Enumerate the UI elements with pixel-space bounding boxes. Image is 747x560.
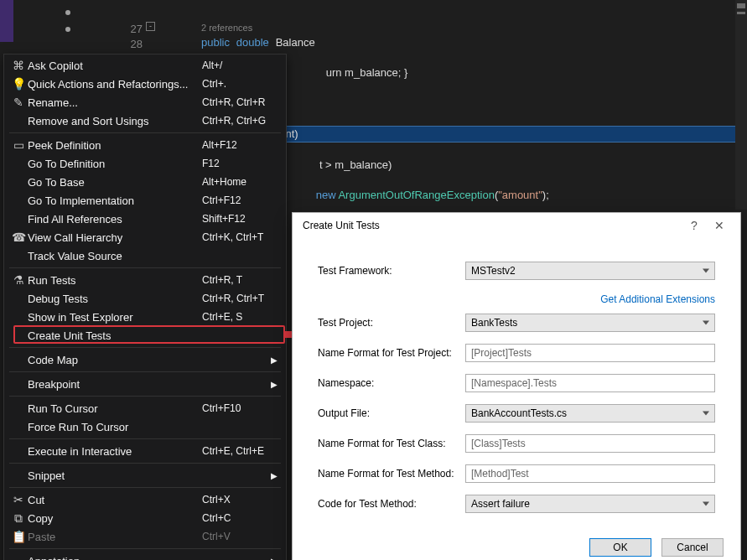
menu-track-value-source[interactable]: Track Value Source	[4, 246, 286, 265]
shortcut: Ctrl+R, T	[202, 274, 279, 286]
menu-remove-usings[interactable]: Remove and Sort UsingsCtrl+R, Ctrl+G	[4, 111, 286, 130]
flask-icon: ⚗	[9, 273, 28, 287]
menu-snippet[interactable]: Snippet▶	[4, 466, 286, 485]
codelens-references[interactable]: 2 references	[201, 23, 252, 33]
shortcut: Ctrl+R, Ctrl+R	[202, 96, 279, 108]
menu-execute-interactive[interactable]: Execute in InteractiveCtrl+E, Ctrl+E	[4, 442, 286, 460]
menu-quick-actions[interactable]: 💡Quick Actions and Refactorings...Ctrl+.	[4, 75, 286, 93]
string-literal: "amount"	[498, 189, 542, 201]
menu-separator	[9, 463, 281, 464]
link-get-extensions[interactable]: Get Additional Extensions	[600, 293, 715, 305]
keyword: double	[236, 36, 269, 49]
menu-goto-definition[interactable]: Go To DefinitionF12	[4, 154, 286, 173]
menu-annotation[interactable]: Annotation▶	[4, 552, 286, 560]
menu-goto-implementation[interactable]: Go To ImplementationCtrl+F12	[4, 191, 286, 210]
cut-icon: ✂	[9, 493, 28, 506]
input-namespace[interactable]	[465, 374, 715, 392]
line-number-27: 27	[92, 22, 143, 37]
peek-icon: ▭	[9, 138, 28, 152]
dropdown-code-test-method[interactable]: Assert failure	[465, 495, 715, 513]
shortcut: Ctrl+E, Ctrl+E	[202, 445, 279, 457]
paste-icon: 📋	[9, 530, 28, 543]
label-name-format-project: Name Format for Test Project:	[318, 347, 465, 359]
menu-code-map[interactable]: Code Map▶	[4, 350, 286, 369]
bulb-icon: 💡	[9, 77, 28, 91]
menu-separator	[9, 438, 281, 439]
label-namespace: Namespace:	[318, 377, 465, 389]
menu-paste: 📋PasteCtrl+V	[4, 527, 286, 546]
menu-force-run-to-cursor[interactable]: Force Run To Cursor	[4, 417, 286, 436]
code-text: urn m_balance; }	[326, 66, 408, 79]
hierarchy-icon: ☎	[9, 231, 28, 244]
input-name-format-project[interactable]	[465, 344, 715, 362]
menu-separator	[9, 132, 281, 133]
shortcut: Ctrl+E, S	[202, 311, 279, 323]
type-name: ArgumentOutOfRangeException	[336, 189, 495, 201]
dropdown-test-project[interactable]: BankTests	[465, 314, 715, 332]
rename-icon: ✎	[9, 96, 28, 109]
label-test-project: Test Project:	[318, 317, 465, 329]
menu-create-unit-tests[interactable]: Create Unit Tests	[4, 326, 286, 345]
shortcut: Ctrl+K, Ctrl+T	[202, 231, 279, 243]
keyword: new	[313, 189, 335, 201]
menu-view-call-hierarchy[interactable]: ☎View Call HierarchyCtrl+K, Ctrl+T	[4, 228, 286, 246]
context-menu: ⌘Ask CopilotAlt+/ 💡Quick Actions and Ref…	[3, 54, 287, 560]
close-icon[interactable]: ✕	[707, 219, 732, 232]
dropdown-output-file[interactable]: BankAccountTests.cs	[465, 404, 715, 423]
cancel-button[interactable]: Cancel	[661, 538, 724, 557]
menu-show-test-explorer[interactable]: Show in Test ExplorerCtrl+E, S	[4, 308, 286, 326]
menu-rename[interactable]: ✎Rename...Ctrl+R, Ctrl+R	[4, 93, 286, 111]
outline-column[interactable]: -	[144, 0, 158, 31]
shortcut: Ctrl+X	[202, 494, 279, 506]
submenu-arrow-icon: ▶	[271, 471, 278, 480]
menu-separator	[9, 371, 281, 372]
menu-separator	[9, 396, 281, 397]
menu-separator	[9, 347, 281, 348]
copy-icon: ⧉	[9, 511, 28, 526]
menu-run-tests[interactable]: ⚗Run TestsCtrl+R, T	[4, 271, 286, 289]
keyword: public	[201, 36, 230, 49]
help-icon[interactable]: ?	[682, 219, 707, 232]
menu-peek-definition[interactable]: ▭Peek DefinitionAlt+F12	[4, 136, 286, 154]
menu-goto-base[interactable]: Go To BaseAlt+Home	[4, 173, 286, 191]
line-number-28: 28	[92, 37, 143, 52]
create-unit-tests-dialog: Create Unit Tests ? ✕ Test Framework: MS…	[292, 212, 741, 560]
label-test-framework: Test Framework:	[318, 265, 465, 277]
label-code-test-method: Code for Test Method:	[318, 498, 465, 510]
collapse-toggle-icon[interactable]: -	[146, 22, 155, 31]
shortcut: Alt+Home	[202, 176, 279, 188]
minimap[interactable]	[735, 0, 747, 210]
menu-copy[interactable]: ⧉CopyCtrl+C	[4, 509, 286, 527]
label-name-format-method: Name Format for Test Method:	[318, 468, 465, 480]
submenu-arrow-icon: ▶	[271, 557, 278, 561]
shortcut: Shift+F12	[202, 213, 279, 225]
menu-separator	[9, 487, 281, 488]
code-text: t > m_balance)	[319, 158, 392, 171]
shortcut: Ctrl+F10	[202, 402, 279, 414]
label-output-file: Output File:	[318, 407, 465, 419]
shortcut: Ctrl+F12	[202, 194, 279, 206]
menu-separator	[9, 548, 281, 549]
shortcut: Ctrl+R, Ctrl+T	[202, 293, 279, 304]
punct: );	[542, 189, 549, 201]
ok-button[interactable]: OK	[589, 538, 651, 557]
label-name-format-class: Name Format for Test Class:	[318, 438, 465, 449]
input-name-format-method[interactable]	[465, 464, 715, 483]
menu-ask-copilot[interactable]: ⌘Ask CopilotAlt+/	[4, 56, 286, 75]
menu-debug-tests[interactable]: Debug TestsCtrl+R, Ctrl+T	[4, 289, 286, 308]
shortcut: Ctrl+R, Ctrl+G	[202, 115, 279, 127]
shortcut: Alt+/	[202, 60, 279, 71]
menu-separator	[9, 267, 281, 268]
dialog-titlebar: Create Unit Tests ? ✕	[293, 213, 740, 238]
shortcut: Ctrl+C	[202, 512, 279, 524]
input-name-format-class[interactable]	[465, 434, 715, 453]
shortcut: F12	[202, 158, 279, 169]
line-numbers: 27 28	[92, 0, 143, 52]
menu-cut[interactable]: ✂CutCtrl+X	[4, 490, 286, 509]
identifier: Balance	[276, 36, 315, 49]
dropdown-test-framework[interactable]: MSTestv2	[465, 262, 715, 280]
menu-breakpoint[interactable]: Breakpoint▶	[4, 375, 286, 393]
menu-find-references[interactable]: Find All ReferencesShift+F12	[4, 210, 286, 228]
menu-run-to-cursor[interactable]: Run To CursorCtrl+F10	[4, 399, 286, 417]
shortcut: Ctrl+V	[202, 531, 279, 542]
